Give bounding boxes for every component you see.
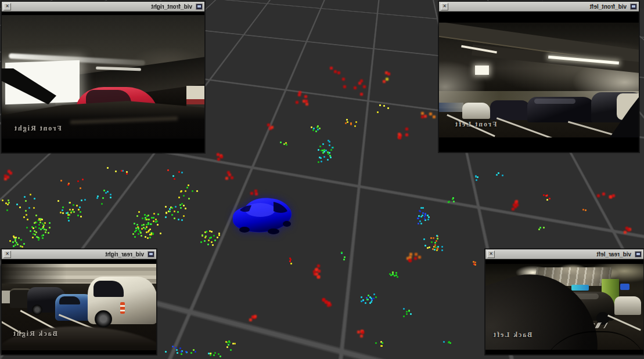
lidar-point [418, 223, 419, 224]
lidar-point [332, 147, 333, 148]
lidar-point [228, 340, 230, 342]
lidar-point [165, 216, 167, 218]
lidar-point [188, 198, 190, 200]
lidar-point [392, 271, 394, 273]
lidar-point [474, 264, 476, 266]
lidar-point [420, 223, 422, 224]
lidar-point [67, 217, 69, 219]
lidar-point [627, 229, 630, 231]
lidar-point [33, 207, 35, 209]
lidar-point [204, 240, 206, 242]
close-button[interactable]: ✕ [441, 3, 448, 10]
lidar-point [68, 183, 70, 184]
lidar-point [33, 233, 34, 235]
titlebar[interactable]: ✕ vid_rear_right [2, 249, 156, 259]
lidar-point [419, 220, 421, 222]
lidar-point [319, 157, 321, 158]
lidar-point [211, 231, 213, 233]
lidar-point [419, 210, 420, 212]
lidar-point [211, 241, 213, 243]
titlebar[interactable]: ✕ vid_front_left [439, 2, 639, 12]
lidar-point [414, 257, 417, 260]
camera-feed-rear-right: Back Right [2, 259, 156, 354]
lidar-point [73, 211, 75, 213]
lidar-point [141, 224, 143, 226]
lidar-point [34, 234, 36, 235]
lidar-point [41, 219, 43, 220]
lidar-point [62, 212, 64, 214]
lidar-point [178, 219, 179, 220]
lidar-point [13, 245, 15, 247]
lidar-point [132, 233, 134, 235]
lidar-point [432, 248, 434, 250]
lidar-point [319, 146, 321, 147]
lidar-point [146, 231, 147, 233]
lidar-point [322, 299, 325, 302]
lidar-point [45, 229, 47, 231]
lidar-point [39, 219, 41, 221]
lidar-point [225, 177, 228, 180]
lidar-point [373, 298, 375, 299]
camera-feed-front-left: Front Left [439, 12, 639, 152]
lidar-point [16, 242, 17, 244]
lidar-point [110, 194, 111, 195]
lidar-point [186, 187, 188, 188]
lidar-point [379, 104, 381, 106]
lidar-point [146, 215, 148, 217]
close-button[interactable]: ✕ [3, 3, 11, 10]
lidar-point [179, 204, 181, 206]
lidar-point [153, 217, 154, 219]
lidar-point [406, 311, 408, 313]
lidar-point [17, 244, 19, 245]
lidar-point [218, 353, 220, 355]
lidar-point [147, 237, 149, 239]
lidar-point [415, 253, 418, 256]
lidar-point [192, 190, 193, 192]
lidar-point [514, 205, 517, 208]
lidar-point [145, 236, 146, 238]
lidar-point [165, 351, 167, 353]
lidar-point [512, 208, 515, 211]
lidar-point [329, 144, 330, 146]
lidar-point [188, 184, 189, 186]
lidar-point [319, 128, 321, 129]
lidar-point [342, 78, 345, 81]
lidar-point [80, 187, 81, 189]
lidar-point [172, 175, 174, 177]
window-title: vid_rear_left [497, 251, 632, 258]
lidar-point [363, 85, 366, 88]
lidar-point [26, 227, 28, 229]
lidar-point [38, 227, 40, 229]
lidar-point [323, 151, 325, 153]
lidar-point [205, 235, 207, 237]
garage-scene [2, 15, 204, 139]
lidar-point [178, 171, 180, 173]
lidar-point [315, 130, 317, 132]
parking-line-2 [607, 315, 641, 331]
lidar-point [267, 124, 270, 126]
titlebar[interactable]: ✕ vid_rear_left [485, 249, 643, 259]
lidar-point [543, 194, 545, 196]
close-button[interactable]: ✕ [3, 251, 11, 258]
lidar-point [12, 241, 14, 243]
lidar-point [148, 219, 150, 220]
lidar-point [405, 128, 408, 130]
window-app-icon [630, 3, 637, 10]
titlebar[interactable]: ✕ vid_front_right [2, 2, 204, 12]
lidar-point [433, 237, 434, 239]
close-button[interactable]: ✕ [487, 251, 495, 258]
lidar-point [321, 150, 322, 151]
lidar-point [327, 304, 330, 307]
lidar-point [8, 200, 9, 201]
lidar-point [441, 246, 443, 248]
lidar-point [157, 224, 159, 226]
lidar-point [185, 190, 186, 192]
lidar-point [448, 201, 450, 202]
lidar-point [289, 260, 291, 262]
close-icon: ✕ [5, 4, 9, 9]
teal-sign [571, 285, 589, 291]
lidar-point [213, 235, 215, 237]
lidar-point [185, 208, 186, 209]
lidar-point [409, 256, 412, 259]
lidar-point [115, 171, 117, 172]
